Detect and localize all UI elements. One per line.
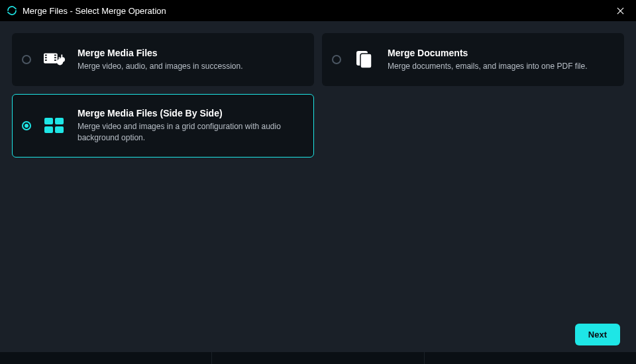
svg-rect-6 — [54, 54, 56, 56]
svg-rect-8 — [54, 60, 56, 61]
option-merge-documents[interactable]: Merge Documents Merge documents, emails,… — [322, 33, 624, 86]
bottom-strip — [0, 352, 636, 364]
options-grid: Merge Media Files Merge video, audio, an… — [0, 21, 636, 169]
option-desc: Merge video and images in a grid configu… — [78, 121, 301, 144]
titlebar: Merge Files - Select Merge Operation — [0, 0, 636, 21]
svg-rect-5 — [45, 60, 47, 61]
window-title: Merge Files - Select Merge Operation — [23, 6, 611, 16]
option-title: Merge Documents — [388, 48, 611, 58]
close-button[interactable] — [611, 1, 629, 20]
grid-icon — [43, 114, 66, 137]
svg-rect-11 — [61, 54, 62, 60]
svg-rect-14 — [360, 54, 372, 68]
footer: Next — [575, 324, 620, 345]
option-desc: Merge video, audio, and images in succes… — [78, 61, 301, 72]
svg-rect-12 — [59, 57, 60, 62]
radio-merge-documents[interactable] — [332, 55, 341, 64]
svg-rect-16 — [55, 118, 64, 124]
option-title: Merge Media Files (Side By Side) — [78, 108, 301, 118]
app-refresh-icon — [7, 5, 17, 16]
svg-rect-17 — [44, 126, 53, 133]
close-icon — [617, 7, 624, 15]
next-button[interactable]: Next — [575, 324, 620, 345]
svg-rect-4 — [45, 57, 47, 58]
documents-icon — [353, 48, 376, 71]
option-desc: Merge documents, emails, and images into… — [388, 61, 611, 72]
svg-rect-3 — [45, 54, 47, 56]
svg-rect-18 — [55, 126, 64, 133]
svg-rect-15 — [44, 118, 53, 124]
option-merge-sidebyside[interactable]: Merge Media Files (Side By Side) Merge v… — [12, 94, 314, 158]
option-title: Merge Media Files — [78, 48, 301, 58]
radio-merge-sidebyside[interactable] — [22, 121, 31, 130]
svg-rect-7 — [54, 57, 56, 58]
radio-merge-media[interactable] — [22, 55, 31, 64]
media-files-icon — [43, 48, 66, 71]
option-merge-media[interactable]: Merge Media Files Merge video, audio, an… — [12, 33, 314, 86]
